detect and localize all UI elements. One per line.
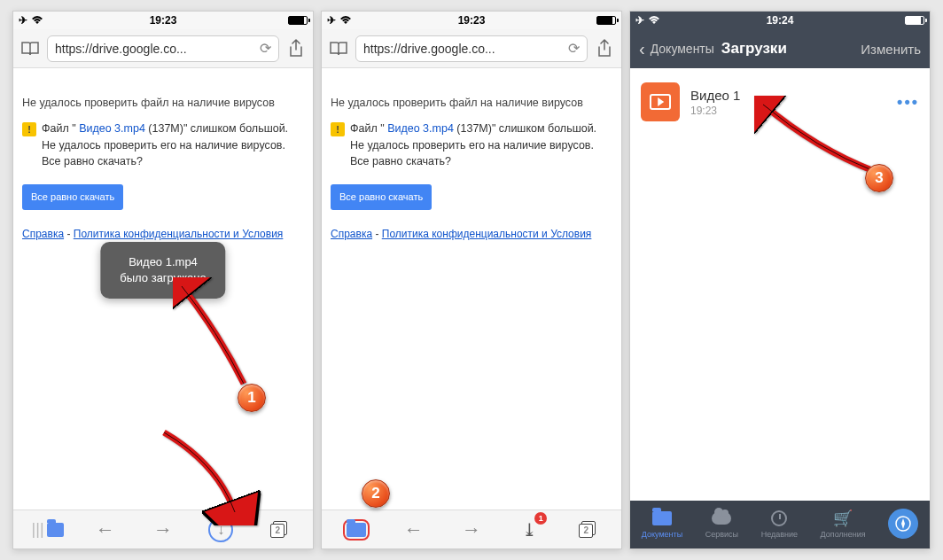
sidebar-toggle-icon[interactable]: |||	[32, 514, 64, 546]
file-link[interactable]: Видео 3.mp4	[79, 122, 145, 135]
downloads-icon[interactable]: ⤓ 1	[513, 514, 545, 546]
list-item[interactable]: Видео 1 19:23 •••	[641, 77, 919, 127]
bookmarks-icon[interactable]	[20, 39, 40, 58]
warning-icon	[22, 122, 36, 136]
back-icon[interactable]: ←	[90, 514, 121, 546]
url-text: https://drive.google.co...	[363, 42, 563, 56]
bottom-toolbar: ← → ⤓ 1 2	[322, 509, 621, 548]
more-icon[interactable]: •••	[897, 93, 919, 112]
status-bar: ✈︎ 19:23	[13, 12, 313, 29]
airplane-icon: ✈︎	[635, 14, 644, 27]
browser-toolbar: https://drive.google.co... ⟳	[13, 29, 313, 68]
policy-link[interactable]: Политика конфиденциальности и Условия	[74, 228, 284, 240]
footer-links: Справка - Политика конфиденциальности и …	[331, 226, 612, 242]
file-link[interactable]: Видео 3.mp4	[387, 122, 454, 135]
phone-3: ✈︎ 19:24 ‹ Документы Загрузки Изменить В…	[629, 11, 931, 549]
forward-icon[interactable]: →	[147, 514, 179, 546]
cart-icon: 🛒	[833, 509, 853, 528]
page-content: Не удалось проверить файл на наличие вир…	[322, 68, 621, 509]
reload-icon[interactable]: ⟳	[568, 40, 580, 57]
nav-bar: ‹ Документы Загрузки Изменить	[630, 29, 930, 68]
download-anyway-button[interactable]: Все равно скачать	[22, 184, 123, 210]
back-label[interactable]: Документы	[651, 42, 714, 56]
back-chevron-icon[interactable]: ‹	[639, 39, 645, 59]
tabs-icon[interactable]: 2	[571, 514, 603, 546]
bottom-toolbar: ||| ← → ↓ 2	[13, 509, 313, 548]
file-name: Видео 1	[690, 88, 886, 103]
url-text: https://drive.google.co...	[55, 42, 254, 56]
back-icon[interactable]: ←	[398, 514, 430, 546]
bookmarks-icon[interactable]	[329, 39, 348, 58]
address-bar[interactable]: https://drive.google.co... ⟳	[47, 35, 279, 62]
downloads-list: Видео 1 19:23 •••	[630, 68, 930, 501]
download-anyway-button[interactable]: Все равно скачать	[331, 184, 432, 210]
video-file-icon	[641, 82, 680, 121]
reload-icon[interactable]: ⟳	[260, 40, 271, 57]
tabs-icon[interactable]: 2	[262, 514, 294, 546]
share-icon[interactable]	[286, 38, 306, 59]
file-time: 19:23	[690, 105, 886, 117]
status-time: 19:23	[458, 14, 486, 27]
cloud-icon	[712, 512, 731, 525]
browser-toolbar: https://drive.google.co... ⟳	[322, 29, 621, 68]
downloads-icon[interactable]: ↓	[205, 514, 237, 546]
forward-icon[interactable]: →	[456, 514, 487, 546]
status-time: 19:24	[767, 14, 794, 27]
airplane-icon: ✈︎	[19, 14, 27, 27]
status-time: 19:23	[150, 14, 177, 27]
airplane-icon: ✈︎	[327, 14, 336, 27]
virus-body: Файл " Видео 3.mp4 (137M)" слишком больш…	[350, 121, 612, 170]
phone-2: ✈︎ 19:23 https://drive.google.co... ⟳ Не…	[321, 11, 622, 549]
phone-1: ✈︎ 19:23 https://drive.google.co... ⟳ Не…	[12, 11, 314, 549]
help-link[interactable]: Справка	[331, 228, 372, 240]
download-toast: Видео 1.mp4 было загружено	[100, 242, 225, 299]
address-bar[interactable]: https://drive.google.co... ⟳	[355, 35, 588, 62]
wifi-icon	[648, 15, 660, 27]
wifi-icon	[339, 15, 352, 27]
share-icon[interactable]	[595, 38, 614, 59]
tab-services[interactable]: Сервисы	[705, 509, 738, 539]
tab-bar: Документы Сервисы Недавние 🛒 Дополнения	[630, 501, 930, 548]
tab-recent[interactable]: Недавние	[761, 509, 798, 539]
virus-body: Файл " Видео 3.mp4 (137M)" слишком больш…	[42, 121, 304, 170]
warning-icon	[331, 122, 345, 136]
virus-heading: Не удалось проверить файл на наличие вир…	[331, 95, 612, 112]
status-bar: ✈︎ 19:24	[630, 12, 930, 29]
battery-icon	[596, 16, 616, 25]
tab-documents[interactable]: Документы	[642, 509, 682, 539]
wifi-icon	[31, 15, 43, 27]
nav-title: Загрузки	[721, 40, 787, 58]
help-link[interactable]: Справка	[22, 228, 64, 240]
virus-heading: Не удалось проверить файл на наличие вир…	[22, 95, 304, 112]
download-badge: 1	[534, 512, 547, 525]
tab-addons[interactable]: 🛒 Дополнения	[821, 509, 866, 539]
footer-links: Справка - Политика конфиденциальности и …	[22, 226, 304, 242]
battery-icon	[905, 16, 924, 25]
folder-icon[interactable]	[340, 514, 372, 546]
clock-icon	[771, 510, 787, 526]
edit-button[interactable]: Изменить	[861, 42, 921, 57]
battery-icon	[288, 16, 308, 25]
compass-button[interactable]	[888, 509, 918, 539]
policy-link[interactable]: Политика конфиденциальности и Условия	[382, 228, 592, 240]
status-bar: ✈︎ 19:23	[322, 12, 621, 29]
